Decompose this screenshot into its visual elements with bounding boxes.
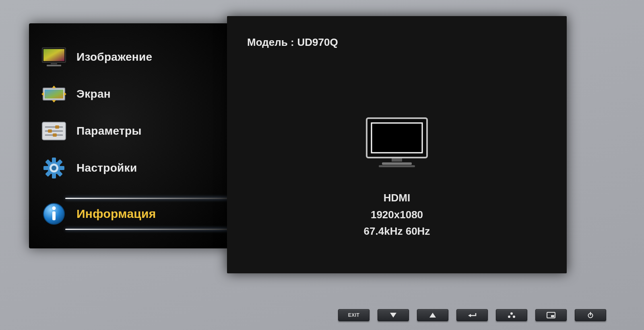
pip-icon: [547, 312, 555, 318]
menu-item-picture[interactable]: Изображение: [29, 39, 231, 76]
svg-marker-7: [52, 100, 56, 102]
svg-rect-2: [51, 63, 57, 64]
svg-point-39: [510, 312, 513, 315]
menu-item-screen[interactable]: Экран: [29, 76, 231, 113]
svg-rect-30: [52, 211, 56, 220]
menu-item-options[interactable]: Параметры: [29, 113, 231, 150]
menu-sidebar: Изображение: [29, 23, 231, 248]
menu-item-label: Экран: [76, 88, 111, 100]
power-icon: [587, 312, 594, 318]
hardware-button-bar: EXIT: [338, 309, 606, 321]
svg-point-29: [52, 207, 56, 210]
signal-input: HDMI: [227, 190, 567, 207]
svg-point-41: [513, 316, 515, 318]
svg-marker-36: [390, 313, 396, 318]
triangle-down-icon: [390, 313, 396, 318]
exit-button[interactable]: EXIT: [338, 309, 369, 321]
svg-point-40: [508, 316, 510, 318]
menu-item-label: Информация: [76, 207, 156, 221]
monitor-icon: [363, 115, 431, 173]
svg-rect-1: [43, 49, 64, 61]
down-button[interactable]: [378, 309, 409, 321]
exit-button-label: EXIT: [348, 312, 360, 318]
source-button[interactable]: [496, 309, 527, 321]
svg-marker-37: [429, 313, 436, 318]
svg-marker-6: [52, 86, 56, 88]
svg-rect-43: [551, 315, 554, 317]
svg-rect-16: [53, 133, 57, 137]
picture-icon: [39, 45, 68, 69]
model-value: UD970Q: [297, 36, 338, 49]
svg-point-27: [52, 166, 56, 170]
info-panel: Модель : UD970Q HDMI 1920x1080 67.4kHz 6…: [227, 16, 567, 273]
model-label: Модель :: [247, 36, 294, 49]
menu-item-label: Настройки: [76, 162, 137, 174]
gear-icon: [39, 156, 68, 180]
svg-rect-5: [45, 90, 63, 98]
source-icon: [508, 312, 516, 318]
sliders-icon: [39, 119, 68, 143]
enter-button[interactable]: [456, 309, 488, 321]
model-row: Модель : UD970Q: [247, 36, 338, 49]
signal-frequency: 67.4kHz 60Hz: [227, 223, 567, 240]
osd-menu: Изображение: [29, 16, 567, 273]
triangle-up-icon: [429, 313, 436, 318]
svg-marker-38: [468, 314, 471, 317]
up-button[interactable]: [417, 309, 448, 321]
info-icon: [39, 202, 68, 225]
menu-item-information[interactable]: Информация: [29, 195, 231, 232]
enter-icon: [468, 312, 477, 318]
svg-rect-15: [48, 129, 52, 133]
screen-icon: [39, 82, 68, 106]
signal-info: HDMI 1920x1080 67.4kHz 60Hz: [227, 190, 567, 240]
svg-rect-34: [382, 162, 412, 165]
signal-resolution: 1920x1080: [227, 207, 567, 223]
menu-item-settings[interactable]: Настройки: [29, 150, 231, 187]
svg-rect-35: [379, 165, 415, 167]
svg-rect-14: [55, 125, 59, 129]
svg-rect-3: [47, 65, 61, 66]
pip-button[interactable]: [535, 309, 567, 321]
menu-item-label: Параметры: [76, 125, 142, 137]
menu-item-label: Изображение: [76, 51, 152, 64]
power-button[interactable]: [575, 309, 606, 321]
svg-rect-33: [392, 158, 402, 162]
svg-rect-32: [372, 123, 422, 153]
